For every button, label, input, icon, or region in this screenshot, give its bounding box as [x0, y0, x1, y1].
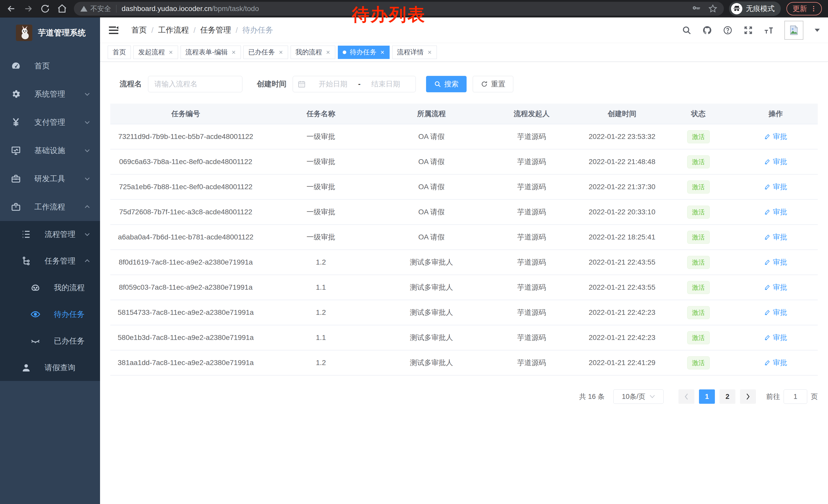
- toolbox-icon: [11, 174, 21, 184]
- approve-link[interactable]: 审批: [764, 358, 787, 368]
- edit-icon: [764, 209, 771, 215]
- sidebar-item-task-mgmt[interactable]: 任务管理: [0, 248, 100, 274]
- sidebar-item-system[interactable]: 系统管理: [0, 80, 100, 108]
- table-row: 58154733-7ac8-11ec-a9e2-a2380e71991a 1.2…: [110, 300, 818, 325]
- approve-link[interactable]: 审批: [764, 258, 787, 267]
- sidebar-item-payment[interactable]: 支付管理: [0, 108, 100, 136]
- cell-created: 2022-01-21 22:42:23: [581, 300, 663, 325]
- sidebar-item-home[interactable]: 首页: [0, 52, 100, 80]
- approve-link[interactable]: 审批: [764, 232, 787, 242]
- github-icon[interactable]: [702, 26, 712, 35]
- app-logo-row[interactable]: 芋道管理系统: [0, 17, 100, 43]
- tag-process-form-edit[interactable]: 流程表单-编辑: [180, 46, 241, 59]
- sidebar-item-label: 流程管理: [45, 229, 75, 240]
- sidebar-fold-icon[interactable]: [108, 25, 120, 36]
- search-icon[interactable]: [682, 26, 692, 35]
- sidebar-item-workflow[interactable]: 工作流程: [0, 193, 100, 221]
- fullscreen-icon[interactable]: [743, 26, 753, 35]
- process-name-input[interactable]: [148, 76, 242, 92]
- gear-icon: [11, 89, 21, 99]
- incognito-badge: 无痕模式: [729, 2, 781, 16]
- tag-home[interactable]: 首页: [108, 46, 131, 59]
- breadcrumb-task-mgmt[interactable]: 任务管理: [200, 25, 231, 35]
- more-menu-icon[interactable]: [810, 5, 817, 12]
- goto-page-input[interactable]: [784, 390, 807, 404]
- prev-page-button[interactable]: [678, 390, 694, 404]
- cell-task-id: 8f0d1619-7ac8-11ec-a9e2-a2380e71991a: [110, 250, 261, 275]
- pagination: 共 16 条 10条/页 1 2 前往 页: [110, 390, 818, 404]
- help-icon[interactable]: [723, 26, 733, 35]
- approve-link[interactable]: 审批: [764, 308, 787, 317]
- approve-link[interactable]: 审批: [764, 207, 787, 217]
- back-icon[interactable]: [6, 4, 16, 14]
- tag-start-process[interactable]: 发起流程: [133, 46, 178, 59]
- reset-button[interactable]: 重置: [473, 76, 513, 92]
- cell-process: 测试多审批人: [381, 300, 482, 325]
- list-icon: [21, 229, 31, 239]
- cell-initiator: 芋道源码: [482, 199, 581, 225]
- tag-process-detail[interactable]: 流程详情: [392, 46, 437, 59]
- cell-process: OA 请假: [381, 149, 482, 174]
- tag-done-tasks[interactable]: 已办任务: [243, 46, 288, 59]
- forward-icon[interactable]: [23, 4, 33, 14]
- sidebar-item-todo-tasks[interactable]: 待办任务: [0, 301, 100, 328]
- key-icon[interactable]: [692, 4, 701, 13]
- search-button[interactable]: 搜索: [426, 76, 466, 92]
- close-icon[interactable]: [326, 50, 330, 55]
- breadcrumb-workflow[interactable]: 工作流程: [158, 25, 189, 35]
- breadcrumb-separator: /: [236, 26, 238, 35]
- cell-task-id: 381aa1dd-7ac8-11ec-a9e2-a2380e71991a: [110, 350, 261, 375]
- update-button[interactable]: 更新: [786, 2, 822, 15]
- chevron-down-icon: [84, 91, 91, 98]
- next-page-button[interactable]: [740, 390, 756, 404]
- approve-link[interactable]: 审批: [764, 282, 787, 292]
- topbar: 首页 / 工作流程 / 任务管理 / 待办任务: [100, 17, 828, 43]
- page: 不安全 dashboard.yudao.iocoder.cn/bpm/task/…: [0, 0, 828, 504]
- edit-icon: [764, 284, 771, 291]
- approve-link[interactable]: 审批: [764, 157, 787, 167]
- approve-link[interactable]: 审批: [764, 182, 787, 192]
- edit-icon: [764, 234, 771, 240]
- breadcrumb-home[interactable]: 首页: [131, 25, 147, 35]
- reload-icon[interactable]: [40, 4, 50, 14]
- app-logo: [16, 25, 32, 41]
- page-1-button[interactable]: 1: [699, 390, 715, 404]
- status-badge: 激活: [687, 281, 710, 294]
- end-date-placeholder: 结束日期: [361, 79, 411, 89]
- close-icon[interactable]: [279, 50, 283, 55]
- cell-task-id: 75d72608-7b7f-11ec-a3c8-acde48001122: [110, 199, 261, 225]
- tag-my-process[interactable]: 我的流程: [291, 46, 335, 59]
- cell-task-id: 58154733-7ac8-11ec-a9e2-a2380e71991a: [110, 300, 261, 325]
- close-icon[interactable]: [232, 50, 236, 55]
- approve-link[interactable]: 审批: [764, 333, 787, 342]
- sidebar-item-process-mgmt[interactable]: 流程管理: [0, 221, 100, 248]
- sidebar-item-leave-query[interactable]: 请假查询: [0, 354, 100, 381]
- sidebar-item-my-process[interactable]: 我的流程: [0, 274, 100, 301]
- col-initiator: 流程发起人: [482, 103, 581, 124]
- cell-process: 测试多审批人: [381, 250, 482, 275]
- sidebar-item-devtools[interactable]: 研发工具: [0, 165, 100, 193]
- sidebar-item-done-tasks[interactable]: 已办任务: [0, 328, 100, 354]
- app-title: 芋道管理系统: [38, 28, 86, 38]
- font-size-icon[interactable]: [764, 26, 774, 35]
- bookmark-star-icon[interactable]: [708, 4, 718, 13]
- security-warning[interactable]: 不安全: [80, 4, 111, 13]
- tag-todo-tasks[interactable]: 待办任务: [338, 46, 389, 59]
- cell-process: OA 请假: [381, 124, 482, 149]
- breadcrumb-current: 待办任务: [242, 25, 273, 35]
- content: 流程名 创建时间 开始日期 - 结束日期 搜索 重置: [100, 61, 828, 404]
- cell-created: 2022-01-22 21:37:30: [581, 174, 663, 199]
- close-icon[interactable]: [427, 50, 432, 55]
- avatar[interactable]: [784, 21, 803, 40]
- approve-link[interactable]: 审批: [764, 132, 787, 141]
- sidebar-item-infra[interactable]: 基础设施: [0, 136, 100, 165]
- close-icon[interactable]: [169, 50, 173, 55]
- close-icon[interactable]: [380, 50, 385, 55]
- page-size-select[interactable]: 10条/页: [613, 390, 664, 404]
- date-range-picker[interactable]: 开始日期 - 结束日期: [293, 76, 416, 92]
- home-icon[interactable]: [57, 4, 67, 14]
- broken-image-icon: [788, 25, 800, 36]
- status-badge: 激活: [687, 231, 710, 244]
- avatar-dropdown-caret[interactable]: [814, 28, 820, 32]
- page-2-button[interactable]: 2: [719, 390, 735, 404]
